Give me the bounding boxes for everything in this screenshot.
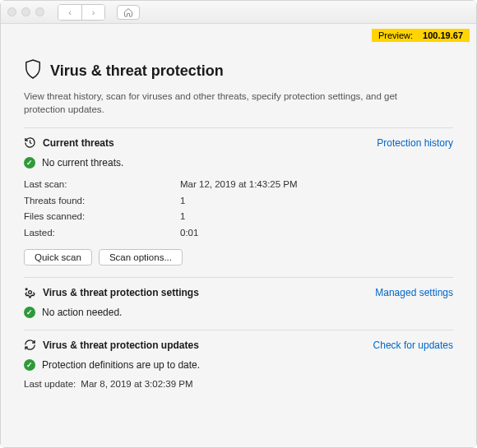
section-title: Virus & threat protection settings [43,287,199,298]
page-description: View threat history, scan for viruses an… [24,90,402,116]
check-updates-link[interactable]: Check for updates [373,339,453,351]
forward-button[interactable]: › [81,5,104,20]
managed-settings-link[interactable]: Managed settings [375,287,453,298]
svg-point-1 [25,289,27,290]
svg-point-0 [29,291,32,294]
content-area: Preview: 100.19.67 Virus & threat protec… [1,24,476,447]
threat-details: Last scan:Mar 12, 2019 at 1:43:25 PM Thr… [24,177,453,241]
threat-status-row: No current threats. [24,157,453,169]
preview-badge: Preview: 100.19.67 [372,29,470,42]
zoom-window-button[interactable] [35,7,44,16]
history-icon [24,136,36,149]
last-scan-label: Last scan: [24,177,180,193]
shield-icon [24,58,42,83]
last-update-row: Last update: Mar 8, 2019 at 3:02:39 PM [24,379,453,389]
nav-segment: ‹ › [58,4,105,21]
section-title: Current threats [43,137,114,149]
threats-found-label: Threats found: [24,193,180,210]
files-scanned-label: Files scanned: [24,209,180,225]
last-update-label: Last update: [24,379,76,389]
threat-status-text: No current threats. [42,157,123,169]
preview-version: 100.19.67 [423,30,463,40]
protection-history-link[interactable]: Protection history [377,137,453,149]
app-window: ‹ › Preview: 100.19.67 Virus & threat pr… [0,0,477,448]
chevron-left-icon: ‹ [68,7,72,17]
page-header: Virus & threat protection [24,58,453,83]
updates-status-text: Protection definitions are up to date. [42,359,200,371]
refresh-icon [24,339,36,351]
settings-status-row: No action needed. [24,307,453,318]
updates-status-row: Protection definitions are up to date. [24,359,453,371]
last-scan-value: Mar 12, 2019 at 1:43:25 PM [180,177,298,193]
titlebar: ‹ › [1,1,476,24]
scan-options-button[interactable]: Scan options... [99,249,183,266]
section-protection-settings: Virus & threat protection settings Manag… [24,277,453,318]
check-icon [24,307,35,318]
home-icon [123,7,133,17]
minimize-window-button[interactable] [21,7,30,16]
back-button[interactable]: ‹ [58,5,81,20]
page-title: Virus & threat protection [50,62,224,80]
lasted-label: Lasted: [24,225,180,242]
section-protection-updates: Virus & threat protection updates Check … [24,330,453,389]
check-icon [24,157,35,169]
settings-status-text: No action needed. [42,307,122,318]
gear-icon [24,286,36,298]
check-icon [24,359,35,371]
last-update-value: Mar 8, 2019 at 3:02:39 PM [81,379,192,389]
section-current-threats: Current threats Protection history No cu… [24,127,453,266]
threats-found-value: 1 [180,193,185,210]
files-scanned-value: 1 [180,209,185,225]
quick-scan-button[interactable]: Quick scan [24,249,92,266]
section-title: Virus & threat protection updates [43,339,199,351]
chevron-right-icon: › [92,7,95,17]
preview-label: Preview: [378,30,413,40]
lasted-value: 0:01 [180,225,198,242]
home-button[interactable] [117,5,140,20]
window-controls [7,7,44,16]
close-window-button[interactable] [7,7,16,16]
